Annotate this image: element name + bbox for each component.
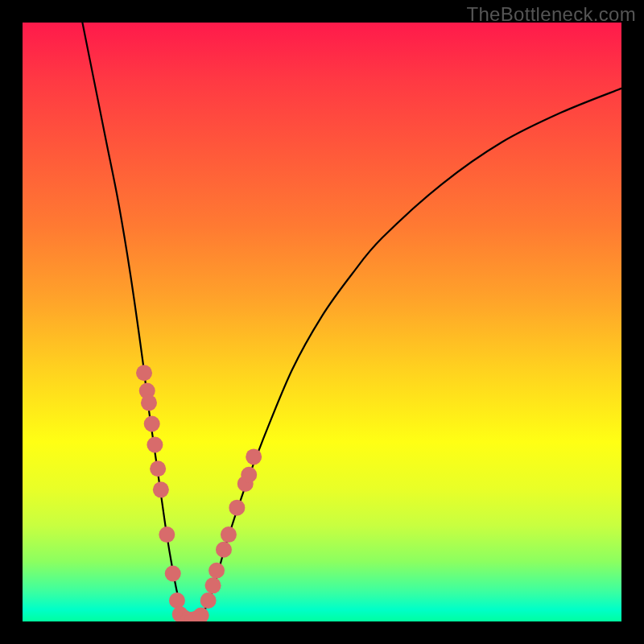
marker-dot: [153, 481, 169, 497]
marker-dot: [205, 577, 221, 593]
chart-overlay: [23, 23, 621, 621]
markers-bottom-branch: [172, 606, 209, 621]
marker-dot: [246, 448, 262, 464]
marker-dot: [141, 394, 157, 411]
marker-dot: [169, 592, 185, 609]
plot-area: [23, 23, 621, 621]
marker-dot: [144, 415, 160, 431]
marker-dot: [193, 608, 209, 621]
marker-dot: [165, 565, 181, 581]
watermark-text: TheBottleneck.com: [466, 3, 636, 26]
marker-dot: [229, 500, 245, 516]
marker-dot: [150, 460, 166, 477]
marker-dot: [147, 437, 163, 453]
chart-frame: TheBottleneck.com: [0, 0, 644, 644]
marker-dot: [208, 563, 225, 579]
marker-dot: [221, 526, 237, 543]
marker-dot: [159, 526, 175, 543]
markers-right-branch: [200, 448, 262, 609]
markers-left-branch: [136, 365, 185, 609]
marker-dot: [136, 365, 152, 381]
marker-dot: [200, 592, 217, 609]
marker-dot: [216, 542, 232, 558]
marker-dot: [241, 467, 257, 483]
